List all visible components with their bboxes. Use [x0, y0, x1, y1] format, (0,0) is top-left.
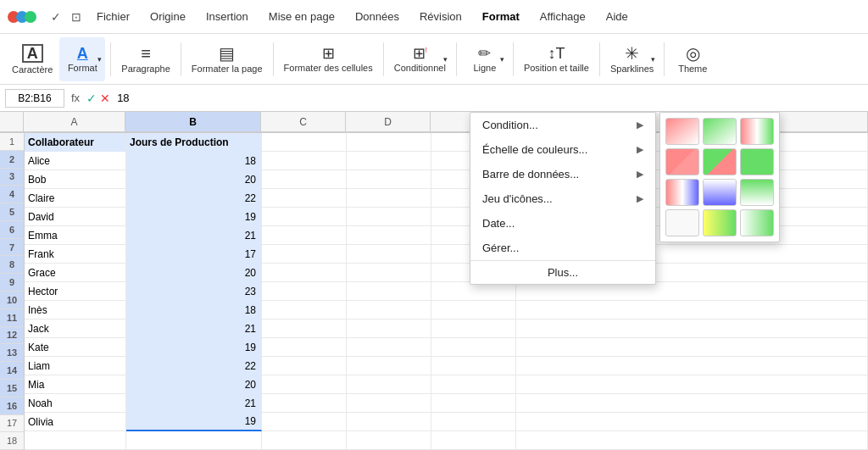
cell-14-B[interactable]: 20: [126, 375, 262, 394]
cell-5-D[interactable]: [347, 208, 431, 226]
cell-12-D[interactable]: [347, 338, 431, 357]
edit-icon[interactable]: ⊡: [68, 8, 85, 25]
cell-11-K[interactable]: [516, 319, 868, 338]
cell-13-K[interactable]: [516, 357, 868, 375]
cell-14-D[interactable]: [347, 375, 431, 394]
formula-cancel-icon[interactable]: ✕: [100, 92, 110, 105]
toolbar-theme[interactable]: ◎ Theme: [670, 37, 715, 81]
menu-donnees[interactable]: Données: [347, 7, 408, 26]
palette-swatch-rw[interactable]: [665, 118, 699, 145]
palette-swatch-rb[interactable]: [665, 179, 699, 206]
cell-16-C[interactable]: [262, 413, 347, 431]
cell-15-A[interactable]: Noah: [25, 394, 126, 413]
cell-16-K[interactable]: [516, 413, 868, 431]
cell-8-A[interactable]: Grace: [25, 264, 126, 282]
cell-17-C[interactable]: [262, 431, 347, 450]
cell-4-A[interactable]: Claire: [25, 189, 126, 208]
palette-swatch-wg[interactable]: [740, 209, 774, 236]
cell-2-D[interactable]: [347, 152, 431, 170]
cell-9-C[interactable]: [262, 282, 347, 301]
cell-1-A[interactable]: Collaborateur: [25, 133, 126, 152]
cell-16-E[interactable]: [431, 413, 516, 431]
cell-6-A[interactable]: Emma: [25, 226, 126, 245]
toolbar-conditionnel[interactable]: ⊞! Conditionnel ▾: [389, 37, 451, 81]
cell-10-K[interactable]: [516, 301, 868, 319]
cell-9-A[interactable]: Hector: [25, 282, 126, 301]
toolbar-paragraphe[interactable]: ≡ Paragraphe: [116, 37, 175, 81]
palette-swatch-gr[interactable]: [703, 148, 737, 175]
dropdown-date[interactable]: Date...: [470, 211, 655, 236]
cell-9-B[interactable]: 23: [126, 282, 262, 301]
cell-10-A[interactable]: Inès: [25, 301, 126, 319]
cell-11-B[interactable]: 21: [126, 319, 262, 338]
cell-1-C[interactable]: [262, 133, 347, 152]
cell-12-A[interactable]: Kate: [25, 338, 126, 357]
cell-16-A[interactable]: Olivia: [25, 413, 126, 431]
cell-8-C[interactable]: [262, 264, 347, 282]
cell-6-C[interactable]: [262, 226, 347, 245]
dropdown-barre-donnees[interactable]: Barre de données... ▶: [470, 162, 655, 186]
cell-9-E[interactable]: [431, 282, 516, 301]
cell-17-E[interactable]: [431, 431, 516, 450]
cell-2-B[interactable]: 18: [126, 152, 262, 170]
menu-revision[interactable]: Révision: [411, 7, 470, 26]
cell-6-D[interactable]: [347, 226, 431, 245]
palette-swatch-rr[interactable]: [665, 148, 699, 175]
cell-12-C[interactable]: [262, 338, 347, 357]
palette-swatch-yw[interactable]: [703, 209, 737, 236]
toolbar-formater-page[interactable]: ▤ Formater la page: [186, 37, 268, 81]
cell-3-D[interactable]: [347, 170, 431, 189]
toolbar-ligne[interactable]: ✏ Ligne ▾: [462, 37, 508, 81]
cell-16-D[interactable]: [347, 413, 431, 431]
cell-3-C[interactable]: [262, 170, 347, 189]
cell-6-B[interactable]: 21: [126, 226, 262, 245]
cell-14-K[interactable]: [516, 375, 868, 394]
cell-12-K[interactable]: [516, 338, 868, 357]
cell-17-D[interactable]: [347, 431, 431, 450]
cell-17-K[interactable]: [516, 431, 868, 450]
cell-11-C[interactable]: [262, 319, 347, 338]
menu-insertion[interactable]: Insertion: [198, 7, 257, 26]
cell-11-A[interactable]: Jack: [25, 319, 126, 338]
dropdown-condition[interactable]: Condition... ▶: [470, 113, 655, 137]
cell-5-C[interactable]: [262, 208, 347, 226]
cell-8-D[interactable]: [347, 264, 431, 282]
cell-10-C[interactable]: [262, 301, 347, 319]
cell-7-A[interactable]: Frank: [25, 245, 126, 264]
cell-2-A[interactable]: Alice: [25, 152, 126, 170]
palette-swatch-rg[interactable]: [740, 118, 774, 145]
cell-14-A[interactable]: Mia: [25, 375, 126, 394]
cell-8-B[interactable]: 20: [126, 264, 262, 282]
cell-11-E[interactable]: [431, 319, 516, 338]
toolbar-position-taille[interactable]: ↕T Position et taille: [519, 37, 594, 81]
menu-format[interactable]: Format: [474, 7, 528, 26]
cell-11-D[interactable]: [347, 319, 431, 338]
cell-13-B[interactable]: 22: [126, 357, 262, 375]
dropdown-jeu-icones[interactable]: Jeu d'icônes... ▶: [470, 186, 655, 211]
cell-10-B[interactable]: 18: [126, 301, 262, 319]
cell-14-E[interactable]: [431, 375, 516, 394]
cell-5-B[interactable]: 19: [126, 208, 262, 226]
dropdown-plus[interactable]: Plus...: [470, 260, 655, 284]
palette-swatch-gw2[interactable]: [740, 179, 774, 206]
toolbar-caractere[interactable]: A Caractère: [7, 37, 58, 81]
cell-9-K[interactable]: [516, 282, 868, 301]
dropdown-echelle-couleurs[interactable]: Échelle de couleurs... ▶: [470, 137, 655, 162]
palette-swatch-empty[interactable]: [665, 209, 699, 236]
menu-aide[interactable]: Aide: [598, 7, 637, 26]
toolbar-formater-cellules[interactable]: ⊞ Formater des cellules: [279, 37, 378, 81]
cell-17-B[interactable]: [126, 431, 262, 450]
col-header-A[interactable]: A: [24, 112, 125, 132]
cell-16-B[interactable]: 19: [126, 413, 262, 431]
cell-3-B[interactable]: 20: [126, 170, 262, 189]
toolbar-sparklines[interactable]: ✳ Sparklines ▾: [605, 37, 659, 81]
cell-15-E[interactable]: [431, 394, 516, 413]
cell-2-C[interactable]: [262, 152, 347, 170]
toolbar-format[interactable]: A Format ▾: [59, 37, 105, 81]
cell-10-D[interactable]: [347, 301, 431, 319]
col-header-B[interactable]: B: [125, 112, 261, 132]
cell-3-A[interactable]: Bob: [25, 170, 126, 189]
cell-4-D[interactable]: [347, 189, 431, 208]
col-header-D[interactable]: D: [346, 112, 431, 132]
cell-1-B[interactable]: Jours de Production: [126, 133, 262, 152]
